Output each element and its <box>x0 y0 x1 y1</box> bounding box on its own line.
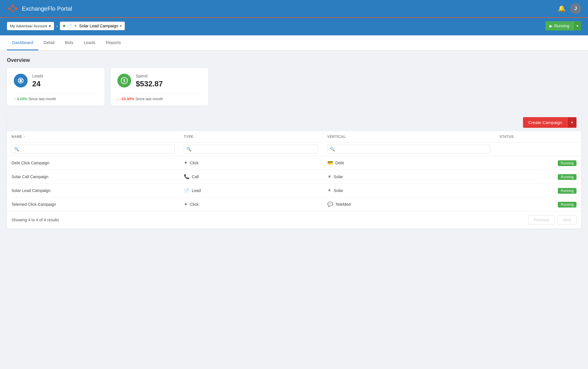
tab-detail[interactable]: Detail <box>38 35 60 50</box>
table-search-row: 🔍 🔍 🔍 <box>7 142 581 156</box>
col-header-vertical: VERTICAL <box>323 131 495 142</box>
lead-icon: 📄 <box>67 24 72 28</box>
name-search-wrap: 🔍 <box>12 145 175 153</box>
vertical-label: TeleMed <box>335 202 351 207</box>
type-icon: ✦ <box>184 201 188 207</box>
type-label: Call <box>192 174 199 179</box>
name-search-icon: 🔍 <box>14 147 19 151</box>
campaign-type-cell: ✦ Click <box>179 197 323 211</box>
tab-bids[interactable]: Bids <box>60 35 79 50</box>
spend-card: $ Spend $532.87 ↓ -10.30% Since last mon… <box>110 68 208 106</box>
table-row[interactable]: Solar Call Campaign 📞 Call ☀ Solar Runni… <box>7 170 581 184</box>
leads-card: Leads 24 ↑ 3.20% Since last month <box>7 68 105 106</box>
col-header-type: TYPE <box>179 131 323 142</box>
type-label: Lead <box>192 188 201 193</box>
col-header-status: STATUS <box>495 131 581 142</box>
sort-icon: ↑ <box>23 135 25 139</box>
vertical-search-input[interactable] <box>336 147 488 151</box>
avatar[interactable]: J <box>570 3 581 14</box>
account-chevron-icon: ▾ <box>49 24 51 28</box>
spend-icon: $ <box>117 74 131 88</box>
campaign-type-cell: ✦ Click <box>179 156 323 170</box>
create-campaign-dropdown-button[interactable]: ▾ <box>567 117 576 128</box>
table-footer: Showing 4 to 4 of 4 results Previous Nex… <box>7 211 581 229</box>
play-icon: ▶ <box>549 24 553 28</box>
campaign-type-cell: 📞 Call <box>179 170 323 184</box>
table-toolbar: Create Campaign ▾ <box>7 114 581 131</box>
type-icon: 📞 <box>184 174 190 179</box>
table-row[interactable]: Solar Lead Campaign 📄 Lead ☀ Solar Runni… <box>7 184 581 197</box>
spend-change-down-icon: ↓ <box>117 97 119 101</box>
running-dropdown-button[interactable]: ▾ <box>573 22 581 30</box>
vertical-label: Debt <box>335 161 344 165</box>
table-row[interactable]: Telemed Click Campaign ✦ Click 💬 TeleMed… <box>7 197 581 211</box>
tab-leads[interactable]: Leads <box>79 35 101 50</box>
next-button[interactable]: Next <box>557 215 576 225</box>
campaigns-table: NAME ↑ TYPE VERTICAL STATUS 🔍 <box>7 131 581 211</box>
leads-icon <box>14 74 28 88</box>
main-content: Overview Leads 24 ↑ 3.20% <box>0 50 588 369</box>
type-search-wrap: 🔍 <box>184 145 318 153</box>
header-left: ExchangeFlo Portal <box>7 3 72 14</box>
vertical-label: Solar <box>334 174 343 179</box>
campaign-name-cell: Debt Click Campaign <box>7 156 179 170</box>
leads-label: Leads <box>32 74 98 78</box>
campaign-name-cell: Telemed Click Campaign <box>7 197 179 211</box>
campaign-vertical-cell: ☀ Solar <box>323 184 495 197</box>
campaign-name-cell: Solar Lead Campaign <box>7 184 179 197</box>
status-badge: Running <box>558 160 576 166</box>
tab-dashboard[interactable]: Dashboard <box>7 35 38 50</box>
campaign-name-cell: Solar Call Campaign <box>7 170 179 184</box>
vertical-icon: 💬 <box>327 201 333 207</box>
leads-value: 24 <box>32 79 98 88</box>
campaigns-table-section: Create Campaign ▾ NAME ↑ TYPE VERTICAL S… <box>7 114 581 229</box>
logo-icon <box>7 3 18 14</box>
vertical-label: Solar <box>334 188 343 193</box>
type-icon: 📄 <box>184 188 190 193</box>
vertical-icon: ☀ <box>327 188 331 193</box>
account-selector[interactable]: My Advertiser Account ▾ <box>7 22 54 30</box>
notification-bell[interactable]: 🔔 <box>558 5 566 12</box>
campaign-type-cell: 📄 Lead <box>179 184 323 197</box>
leads-footer: ↑ 3.20% Since last month <box>14 93 98 101</box>
previous-button[interactable]: Previous <box>528 215 555 225</box>
overview-title: Overview <box>7 57 581 63</box>
type-search-icon: 🔍 <box>186 147 191 151</box>
vertical-icon: ☀ <box>327 174 331 179</box>
sun-icon: ☀ <box>74 24 77 28</box>
app-title: ExchangeFlo Portal <box>22 5 72 12</box>
type-search-input[interactable] <box>192 147 316 151</box>
type-icon: ✦ <box>184 160 188 166</box>
campaign-chevron-icon: ▾ <box>120 24 122 28</box>
svg-line-6 <box>9 9 13 12</box>
status-badge: Running <box>558 188 576 194</box>
tabs-bar: Dashboard Detail Bids Leads Reports <box>0 35 588 50</box>
header: ExchangeFlo Portal 🔔 J <box>0 0 588 18</box>
create-campaign-group: Create Campaign ▾ <box>523 117 576 128</box>
status-badge: Running <box>558 174 576 180</box>
svg-line-4 <box>9 6 13 9</box>
table-header: NAME ↑ TYPE VERTICAL STATUS <box>7 131 581 142</box>
campaign-status-dot <box>63 25 65 27</box>
vertical-search-wrap: 🔍 <box>327 145 490 153</box>
col-header-name: NAME ↑ <box>7 131 179 142</box>
svg-line-7 <box>13 9 16 12</box>
leads-change-up-icon: ↑ <box>14 97 16 101</box>
running-status-button[interactable]: ▶ Running <box>545 21 573 31</box>
campaign-status-cell: Running <box>495 156 581 170</box>
breadcrumb-separator: › <box>56 24 58 28</box>
name-search-input[interactable] <box>20 147 172 151</box>
campaign-selector[interactable]: 📄 ☀ Solar Lead Campaign ▾ <box>60 22 125 30</box>
svg-text:$: $ <box>123 78 125 83</box>
vertical-icon: 💳 <box>327 160 333 166</box>
leads-change-label: Since last month <box>28 97 56 101</box>
create-campaign-button[interactable]: Create Campaign <box>523 117 567 128</box>
table-row[interactable]: Debt Click Campaign ✦ Click 💳 Debt Runni… <box>7 156 581 170</box>
spend-footer: ↓ -10.30% Since last month <box>117 93 201 101</box>
pagination: Previous Next <box>528 215 576 225</box>
tab-reports[interactable]: Reports <box>101 35 126 50</box>
leads-change-pct: 3.20% <box>17 97 27 101</box>
campaign-vertical-cell: 💳 Debt <box>323 156 495 170</box>
results-count: Showing 4 to 4 of 4 results <box>12 218 59 222</box>
type-label: Click <box>190 202 198 207</box>
